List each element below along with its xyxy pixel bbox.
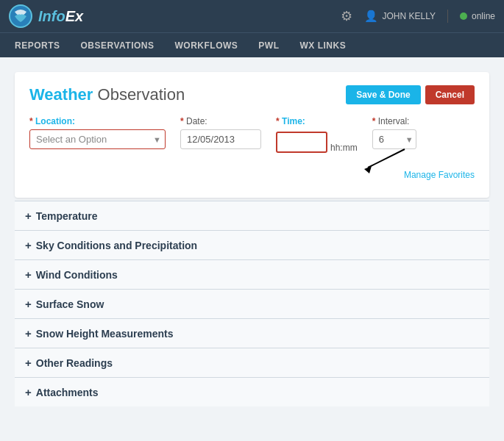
svg-line-1 [368, 149, 405, 168]
location-field-group: * Location: Select an Option ▼ [29, 116, 166, 149]
section-label: Sky Conditions and Precipitation [36, 240, 197, 251]
section-label: Temperature [36, 210, 98, 222]
time-label: * Time: [276, 116, 358, 126]
user-name: JOHN KELLY [383, 11, 436, 21]
interval-field-group: * Interval: 6 ▼ [372, 116, 416, 149]
section-label: Surface Snow [36, 298, 104, 310]
logo-text: InfoEx [38, 8, 83, 25]
section-label: Other Readings [36, 357, 113, 369]
nav-workflows[interactable]: WORKFLOWS [166, 36, 247, 55]
section-label: Snow Height Measurements [36, 328, 174, 340]
title-observation: Observation [98, 85, 185, 104]
sections-list: + Temperature + Sky Conditions and Preci… [15, 201, 489, 406]
section-plus-icon: + [25, 268, 32, 281]
logo-icon [9, 4, 32, 28]
title-weather: Weather [29, 85, 93, 104]
logo-area: InfoEx [9, 4, 83, 28]
header-buttons: Save & Done Cancel [346, 85, 475, 104]
date-label: * Date: [180, 116, 261, 126]
location-select-wrapper: Select an Option ▼ [29, 129, 166, 149]
section-attachments[interactable]: + Attachments [15, 377, 489, 406]
nav-reports[interactable]: REPORTS [6, 36, 69, 55]
manage-favorites-link[interactable]: Manage Favorites [404, 170, 475, 180]
user-area: 👤 JOHN KELLY [364, 10, 448, 23]
form-header: Weather Observation Save & Done Cancel [29, 85, 475, 104]
date-input[interactable] [180, 129, 261, 149]
nav-pwl[interactable]: PWL [249, 36, 288, 55]
top-bar: InfoEx ⚙ 👤 JOHN KELLY online [0, 0, 504, 32]
date-field-group: * Date: [180, 116, 261, 149]
form-card: Weather Observation Save & Done Cancel *… [15, 72, 489, 198]
cancel-button[interactable]: Cancel [425, 85, 475, 104]
location-select[interactable]: Select an Option [29, 129, 166, 149]
section-plus-icon: + [25, 356, 32, 369]
section-other-readings[interactable]: + Other Readings [15, 348, 489, 377]
settings-icon[interactable]: ⚙ [341, 8, 352, 24]
time-input[interactable] [276, 132, 327, 153]
nav-wx-links[interactable]: WX LINKS [291, 36, 355, 55]
section-plus-icon: + [25, 327, 32, 340]
location-label: * Location: [29, 116, 166, 126]
section-plus-icon: + [25, 209, 32, 222]
page-title: Weather Observation [29, 85, 185, 104]
section-snow-height[interactable]: + Snow Height Measurements [15, 318, 489, 348]
top-right-area: ⚙ 👤 JOHN KELLY online [341, 8, 496, 24]
section-plus-icon: + [25, 386, 32, 398]
section-surface-snow[interactable]: + Surface Snow [15, 289, 489, 318]
user-icon: 👤 [364, 10, 378, 23]
section-sky-conditions[interactable]: + Sky Conditions and Precipitation [15, 230, 489, 259]
section-label: Wind Conditions [36, 269, 118, 281]
interval-label: * Interval: [372, 116, 416, 126]
section-label: Attachments [36, 387, 99, 398]
section-plus-icon: + [25, 298, 32, 310]
main-content: Weather Observation Save & Done Cancel *… [0, 57, 504, 441]
section-temperature[interactable]: + Temperature [15, 201, 489, 230]
online-label: online [472, 11, 495, 21]
section-wind-conditions[interactable]: + Wind Conditions [15, 259, 489, 289]
save-done-button[interactable]: Save & Done [346, 85, 420, 104]
online-status-area: online [460, 11, 495, 21]
online-dot [460, 12, 467, 20]
manage-favorites-section: Manage Favorites [29, 162, 475, 184]
section-plus-icon: + [25, 239, 32, 251]
nav-observations[interactable]: OBSERVATIONS [72, 36, 163, 55]
nav-menu: REPORTS OBSERVATIONS WORKFLOWS PWL WX LI… [0, 32, 504, 57]
